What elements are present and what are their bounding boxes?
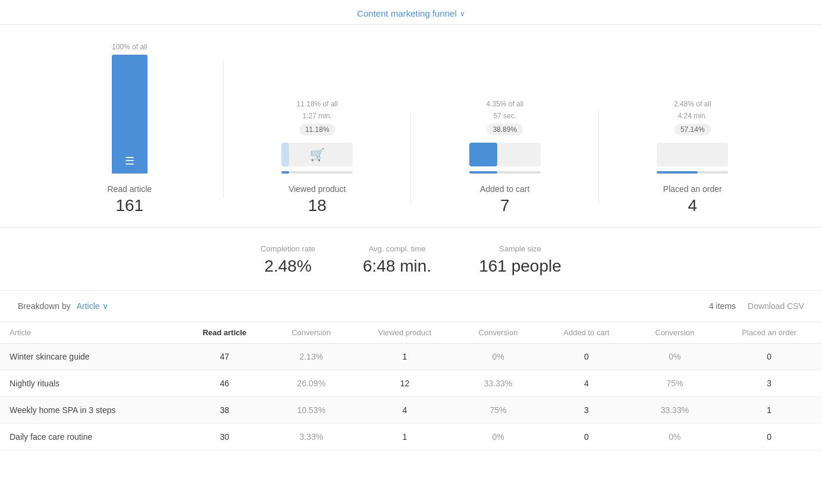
table-cell: Winter skincare guide: [0, 344, 180, 370]
step3-mini-bar: [469, 143, 541, 166]
items-count: 4 items: [709, 301, 736, 311]
table-cell: Nightly rituals: [0, 370, 180, 397]
table-cell: 12: [353, 370, 456, 397]
table-cell: 4: [540, 370, 633, 397]
table-cell: 47: [180, 344, 270, 370]
step1-bar-area: ☰: [36, 55, 224, 179]
step2-count: 18: [308, 196, 327, 215]
breakdown-left: Breakdown by Article ∨: [18, 301, 108, 311]
funnel-title-bar: Content marketing funnel ∨: [0, 0, 822, 25]
table-cell: 0: [540, 344, 633, 370]
table-cell: 3: [540, 397, 633, 424]
step4-mini-bar: [657, 143, 728, 166]
breakdown-by-label: Breakdown by: [18, 301, 71, 311]
step1-pct-label: 100% of all: [112, 43, 147, 51]
step4-progress-fill: [657, 171, 697, 174]
funnel-step-placed-an-order: 2.48% of all 4:24 min. 57.14% Placed an …: [599, 100, 787, 215]
step2-bar-area: 1:27 min. 11.18% 🛒: [224, 112, 412, 179]
step4-pct-label: 2.48% of all: [674, 100, 711, 108]
step4-mini-bar-container: 57.14%: [599, 124, 787, 174]
step4-mini-bar-fill: [657, 143, 697, 166]
step3-bar-area: 57 sec. 38.89%: [411, 112, 599, 179]
col-viewed-product: Viewed product: [353, 322, 456, 344]
sample-size-value: 161 people: [479, 257, 561, 276]
table-cell: 10.53%: [269, 397, 353, 424]
step2-pct-label: 11.18% of all: [297, 100, 338, 108]
step2-mini-bar-fill: [281, 143, 289, 166]
stats-row: Completion rate 2.48% Avg. compl. time 6…: [0, 228, 822, 291]
step3-label: Added to cart: [480, 184, 529, 194]
table-cell: 75%: [633, 370, 716, 397]
step4-conversion-badge: 57.14%: [674, 124, 711, 136]
table-cell: 38: [180, 397, 270, 424]
table-cell: Daily face care routine: [0, 424, 180, 451]
funnel-title-link[interactable]: Content marketing funnel ∨: [357, 8, 465, 18]
table-cell: 33.33%: [456, 370, 539, 397]
download-csv-button[interactable]: Download CSV: [748, 301, 804, 311]
chevron-down-icon: ∨: [460, 10, 465, 18]
sample-size-label: Sample size: [479, 244, 561, 253]
col-read-article: Read article: [180, 322, 270, 344]
step1-label: Read article: [107, 184, 152, 194]
step3-progress-line: [469, 171, 541, 174]
step3-pct-label: 4.35% of all: [486, 100, 523, 108]
avg-time-value: 6:48 min.: [363, 257, 431, 276]
step2-mini-bar: 🛒: [281, 143, 353, 166]
table-cell: 0%: [633, 424, 716, 451]
funnel-step-read-article: 100% of all ☰ Read article 161: [36, 43, 224, 215]
stat-avg-time: Avg. compl. time 6:48 min.: [363, 244, 431, 276]
step2-time-label: 1:27 min.: [303, 112, 332, 120]
step3-time-label: 57 sec.: [493, 112, 516, 120]
avg-time-label: Avg. compl. time: [363, 244, 431, 253]
table-header-row: Article Read article Conversion Viewed p…: [0, 322, 822, 344]
funnel-step-viewed-product: 11.18% of all 1:27 min. 11.18% 🛒 Viewed …: [224, 100, 412, 215]
table-cell: 3: [716, 370, 822, 397]
breakdown-selector[interactable]: Article ∨: [77, 301, 108, 311]
table-row: Nightly rituals4626.09%1233.33%475%3: [0, 370, 822, 397]
step3-mini-bar-container: 38.89%: [411, 124, 599, 174]
breakdown-selector-chevron: ∨: [102, 301, 108, 311]
table-cell: 75%: [456, 397, 539, 424]
step4-bar-area: 4:24 min. 57.14%: [599, 112, 787, 179]
step4-progress-line: [657, 171, 728, 174]
completion-rate-label: Completion rate: [261, 244, 315, 253]
table-cell: 46: [180, 370, 270, 397]
step3-conversion-badge: 38.89%: [487, 124, 523, 136]
step1-bar-icon: ☰: [125, 155, 134, 168]
step1-count: 161: [115, 196, 143, 215]
breakdown-selector-label: Article: [77, 301, 100, 311]
table-cell: 26.09%: [269, 370, 353, 397]
breakdown-table: Article Read article Conversion Viewed p…: [0, 322, 822, 451]
table-cell: 2.13%: [269, 344, 353, 370]
table-cell: Weekly home SPA in 3 steps: [0, 397, 180, 424]
table-cell: 1: [716, 397, 822, 424]
step2-mini-bar-icon: 🛒: [310, 147, 325, 162]
col-article: Article: [0, 322, 180, 344]
table-cell: 0%: [456, 424, 539, 451]
step1-bar-wrapper: ☰: [106, 55, 153, 174]
step2-progress-fill: [281, 171, 289, 174]
col-placed-an-order: Placed an order: [716, 322, 822, 344]
table-cell: 33.33%: [633, 397, 716, 424]
stat-sample-size: Sample size 161 people: [479, 244, 561, 276]
table-cell: 1: [353, 424, 456, 451]
step4-count: 4: [688, 196, 697, 215]
step4-time-label: 4:24 min.: [678, 112, 707, 120]
table-cell: 0%: [456, 344, 539, 370]
col-added-to-cart: Added to cart: [540, 322, 633, 344]
table-cell: 0: [716, 424, 822, 451]
table-cell: 0%: [633, 344, 716, 370]
step3-count: 7: [500, 196, 510, 215]
step2-conversion-badge: 11.18%: [299, 124, 335, 136]
step2-label: Viewed product: [288, 184, 346, 194]
table-row: Winter skincare guide472.13%10%00%0: [0, 344, 822, 370]
funnel-title-text: Content marketing funnel: [357, 8, 457, 18]
completion-rate-value: 2.48%: [261, 257, 315, 276]
table-cell: 3.33%: [269, 424, 353, 451]
funnel-step-added-to-cart: 4.35% of all 57 sec. 38.89% Added to car…: [411, 100, 599, 215]
table-cell: 0: [716, 344, 822, 370]
step3-mini-bar-fill: [469, 143, 497, 166]
table-cell: 1: [353, 344, 456, 370]
step2-mini-bar-container: 11.18% 🛒: [224, 124, 412, 174]
step1-bar: ☰: [112, 55, 148, 174]
